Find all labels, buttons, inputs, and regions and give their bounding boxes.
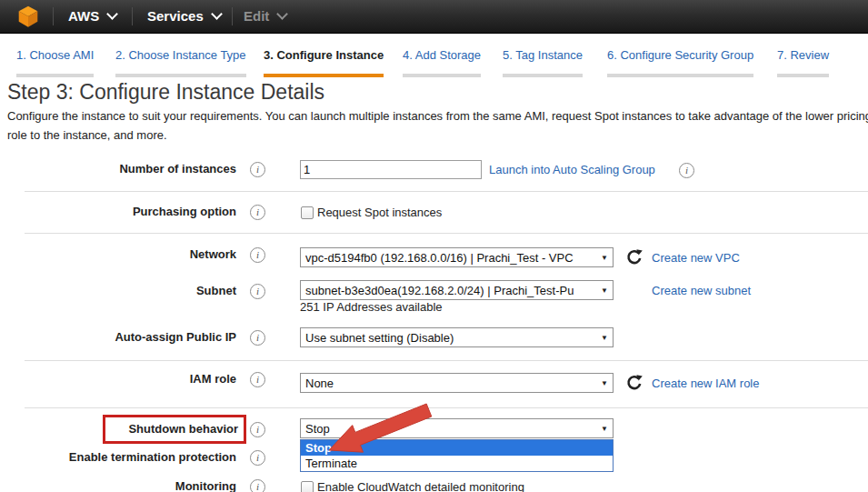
tab-review[interactable]: 7. Review	[777, 48, 829, 77]
label-purchasing-option: Purchasing option	[0, 205, 236, 219]
select-arrow-icon: ▼	[601, 255, 608, 262]
menu-edit-label: Edit	[244, 8, 269, 24]
option-terminate[interactable]: Terminate	[301, 456, 613, 471]
row-divider	[25, 407, 868, 408]
tab-configure-instance[interactable]: 3. Configure Instance	[264, 48, 384, 77]
label-auto-assign-public-ip: Auto-assign Public IP	[0, 330, 236, 345]
subnet-select-value: subnet-b3e3d0ea(192.168.2.0/24) | Prachi…	[305, 284, 594, 297]
label-number-of-instances: Number of instances	[0, 162, 236, 176]
row-divider	[25, 360, 868, 361]
info-icon[interactable]: i	[250, 284, 265, 299]
tab-choose-ami[interactable]: 1. Choose AMI	[16, 48, 94, 77]
info-icon[interactable]: i	[250, 330, 265, 346]
number-of-instances-input[interactable]	[300, 160, 482, 179]
request-spot-instances-label: Request Spot instances	[317, 206, 442, 219]
shutdown-behavior-value: Stop	[305, 422, 594, 436]
navbar-separator	[132, 7, 133, 25]
create-new-iam-role-link[interactable]: Create new IAM role	[652, 377, 760, 390]
navbar-separator	[53, 7, 54, 25]
shutdown-behavior-select[interactable]: Stop ▼	[300, 418, 614, 438]
navbar-separator	[232, 7, 233, 25]
tab-tag-instance[interactable]: 5. Tag Instance	[503, 48, 583, 77]
iam-role-value: None	[305, 377, 594, 390]
label-network: Network	[0, 247, 236, 262]
menu-aws-label: AWS	[68, 8, 99, 24]
page-description-line2: role to the instance, and more.	[7, 128, 167, 142]
refresh-iam-icon[interactable]	[625, 374, 644, 392]
enable-cloudwatch-checkbox[interactable]	[301, 481, 314, 492]
info-icon[interactable]: i	[250, 479, 265, 492]
ip-addresses-available-note: 251 IP Addresses available	[300, 300, 443, 314]
enable-cloudwatch-label: Enable CloudWatch detailed monitoring	[317, 480, 524, 492]
label-enable-termination-protection: Enable termination protection	[0, 450, 236, 465]
iam-role-select[interactable]: None ▼	[300, 373, 614, 393]
label-shutdown-behavior: Shutdown behavior	[105, 417, 238, 437]
info-icon[interactable]: i	[250, 247, 265, 263]
info-icon[interactable]: i	[250, 162, 265, 177]
chevron-down-icon	[276, 8, 288, 20]
menu-edit[interactable]: Edit	[244, 8, 286, 24]
row-divider	[25, 191, 868, 192]
chevron-down-icon	[106, 8, 118, 20]
info-icon[interactable]: i	[250, 372, 265, 387]
request-spot-instances-checkbox[interactable]	[301, 206, 314, 219]
info-icon[interactable]: i	[250, 450, 265, 466]
chevron-down-icon	[211, 8, 223, 20]
info-icon[interactable]: i	[250, 422, 265, 437]
select-arrow-icon: ▼	[601, 335, 608, 342]
top-navbar: AWS Services Edit	[0, 0, 868, 34]
menu-services-label: Services	[147, 8, 204, 24]
network-select[interactable]: vpc-d5194fb0 (192.168.0.0/16) | Prachi_T…	[300, 247, 614, 267]
menu-aws[interactable]: AWS	[68, 8, 116, 24]
tab-choose-instance-type[interactable]: 2. Choose Instance Type	[115, 48, 246, 77]
menu-services[interactable]: Services	[147, 8, 221, 24]
label-monitoring: Monitoring	[0, 479, 236, 492]
refresh-vpc-icon[interactable]	[625, 248, 644, 266]
info-icon[interactable]: i	[250, 205, 265, 220]
select-arrow-icon: ▼	[601, 426, 608, 433]
shutdown-behavior-option-list: Stop Terminate	[300, 439, 614, 472]
auto-assign-public-ip-value: Use subnet setting (Disable)	[305, 331, 594, 345]
network-select-value: vpc-d5194fb0 (192.168.0.0/16) | Prachi_T…	[305, 251, 594, 265]
tab-configure-security-group[interactable]: 6. Configure Security Group	[607, 48, 753, 77]
info-icon[interactable]: i	[679, 163, 694, 178]
select-arrow-icon: ▼	[601, 380, 608, 387]
aws-cube-logo[interactable]	[16, 5, 40, 28]
create-new-vpc-link[interactable]: Create new VPC	[652, 251, 740, 265]
launch-into-auto-scaling-link[interactable]: Launch into Auto Scaling Group	[489, 163, 655, 176]
option-stop[interactable]: Stop	[301, 440, 613, 456]
page-description-line1: Configure the instance to suit your requ…	[7, 109, 868, 123]
select-arrow-icon: ▼	[601, 287, 608, 295]
create-new-subnet-link[interactable]: Create new subnet	[652, 284, 751, 297]
page-title: Step 3: Configure Instance Details	[7, 80, 324, 105]
label-subnet: Subnet	[0, 284, 236, 298]
tab-add-storage[interactable]: 4. Add Storage	[403, 48, 481, 77]
subnet-select[interactable]: subnet-b3e3d0ea(192.168.2.0/24) | Prachi…	[300, 280, 614, 300]
label-iam-role: IAM role	[0, 372, 236, 387]
row-divider	[25, 233, 868, 234]
auto-assign-public-ip-select[interactable]: Use subnet setting (Disable) ▼	[300, 327, 614, 347]
annotation-red-box: Shutdown behavior	[103, 415, 246, 444]
